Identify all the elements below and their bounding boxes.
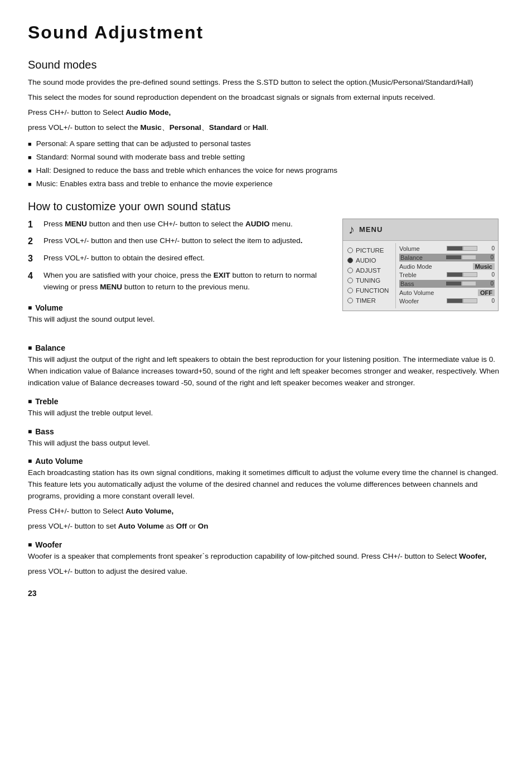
auto-volume-text1: Each broadcasting station has its own si… — [28, 467, 504, 502]
menu-row-woofer: Woofer 0 — [399, 298, 495, 304]
step-1: 1 Press MENU button and then use CH+/- b… — [28, 219, 331, 232]
sound-modes-bullets: Personal: A spare setting that can be ad… — [28, 138, 504, 190]
volume-heading: Volume — [28, 303, 331, 312]
bullet-standard: Standard: Normal sound with moderate bas… — [28, 152, 504, 163]
tv-menu-wrapper: ♪ MENU PICTURE AUDIO ADJUST TUNING FUNCT… — [342, 219, 499, 311]
customize-two-col: 1 Press MENU button and then use CH+/- b… — [28, 219, 504, 333]
page-title: Sound Adjustment — [28, 22, 504, 43]
sound-modes-press-vol: press VOL+/- button to select the Music、… — [28, 122, 504, 134]
tv-menu-header: ♪ MENU — [343, 219, 498, 241]
menu-item-adjust: ADJUST — [343, 265, 395, 275]
menu-item-tuning: TUNING — [343, 275, 395, 285]
auto-volume-subsection: Auto Volume Each broadcasting station ha… — [28, 457, 504, 532]
woofer-text: Woofer is a speaker that complements fro… — [28, 551, 504, 563]
menu-row-volume: Volume 0 — [399, 245, 495, 252]
bullet-music: Music: Enables extra bass and treble to … — [28, 178, 504, 190]
page-number: 23 — [28, 589, 504, 598]
tv-menu-ui: ♪ MENU PICTURE AUDIO ADJUST TUNING FUNCT… — [342, 219, 504, 311]
music-note-icon: ♪ — [349, 222, 355, 237]
menu-row-treble: Treble 0 — [399, 272, 495, 278]
menu-right-panel: Volume 0 Balance 0 — [396, 243, 498, 308]
sound-modes-intro1: The sound mode provides the pre-defined … — [28, 77, 504, 89]
treble-heading: Treble — [28, 397, 504, 406]
sound-modes-intro2: This select the modes for sound reproduc… — [28, 92, 504, 104]
balance-subsection: Balance This will adjust the output of t… — [28, 343, 504, 389]
menu-left-panel: PICTURE AUDIO ADJUST TUNING FUNCTION TIM… — [343, 243, 396, 308]
bass-heading: Bass — [28, 427, 504, 436]
customize-heading: How to customize your own sound status — [28, 200, 504, 213]
auto-volume-press-ch: Press CH+/- button to Select Auto Volume… — [28, 506, 504, 517]
bass-subsection: Bass This will adjust the bass output le… — [28, 427, 504, 449]
customize-left: 1 Press MENU button and then use CH+/- b… — [28, 219, 331, 333]
balance-heading: Balance — [28, 343, 504, 352]
volume-text: This will adjust the sound output level. — [28, 314, 331, 326]
sound-modes-press-ch: Press CH+/- button to Select Audio Mode, — [28, 107, 504, 119]
menu-row-bass: Bass 0 — [399, 280, 495, 288]
auto-volume-heading: Auto Volume — [28, 457, 504, 466]
bullet-personal: Personal: A spare setting that can be ad… — [28, 138, 504, 149]
menu-row-audio-mode: Audio Mode Music — [399, 263, 495, 270]
menu-header-label: MENU — [359, 225, 383, 234]
customize-section: How to customize your own sound status 1… — [28, 200, 504, 333]
woofer-text2: press VOL+/- button to adjust the desire… — [28, 566, 504, 578]
sound-modes-heading: Sound modes — [28, 59, 504, 71]
bullet-hall: Hall: Designed to reduce the bass and tr… — [28, 165, 504, 176]
bass-text: This will adjust the bass output level. — [28, 438, 504, 449]
menu-item-timer: TIMER — [343, 296, 395, 306]
volume-subsection: Volume This will adjust the sound output… — [28, 303, 331, 326]
menu-row-auto-volume: Auto Volume OFF — [399, 289, 495, 296]
treble-text: This will adjust the treble output level… — [28, 408, 504, 419]
sound-modes-section: Sound modes The sound mode provides the … — [28, 59, 504, 190]
treble-subsection: Treble This will adjust the treble outpu… — [28, 397, 504, 419]
step-4: 4 When you are satisfied with your choic… — [28, 270, 331, 293]
step-3: 3 Press VOL+/- button to obtain the desi… — [28, 253, 331, 266]
woofer-heading: Woofer — [28, 540, 504, 549]
woofer-subsection: Woofer Woofer is a speaker that compleme… — [28, 540, 504, 578]
auto-volume-press-vol: press VOL+/- button to set Auto Volume a… — [28, 521, 504, 532]
balance-text: This will adjust the output of the right… — [28, 354, 504, 389]
steps-list: 1 Press MENU button and then use CH+/- b… — [28, 219, 331, 293]
menu-item-picture: PICTURE — [343, 245, 395, 255]
step-2: 2 Press VOL+/- button and then use CH+/-… — [28, 235, 331, 249]
menu-item-function: FUNCTION — [343, 285, 395, 296]
menu-row-balance: Balance 0 — [399, 254, 495, 261]
tv-menu-body: PICTURE AUDIO ADJUST TUNING FUNCTION TIM… — [343, 241, 498, 311]
menu-item-audio: AUDIO — [343, 255, 395, 265]
